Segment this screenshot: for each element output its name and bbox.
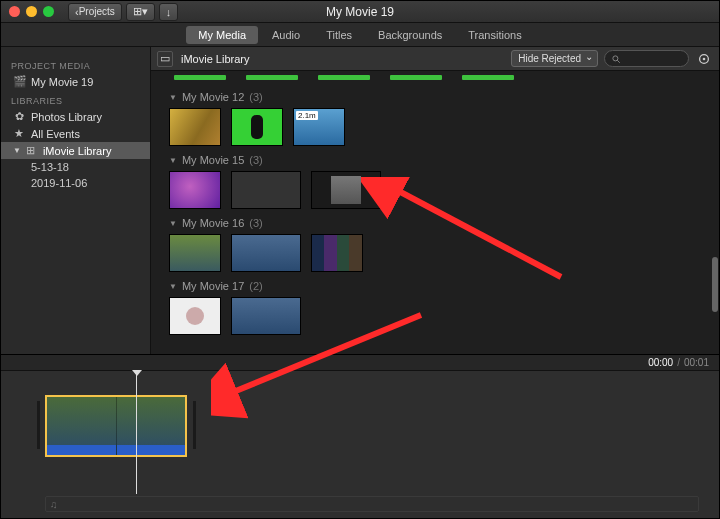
tab-audio[interactable]: Audio: [260, 26, 312, 44]
time-separator: /: [677, 357, 680, 368]
sidebar: PROJECT MEDIA 🎬 My Movie 19 LIBRARIES ✿ …: [1, 47, 151, 354]
tab-titles[interactable]: Titles: [314, 26, 364, 44]
sidebar-header-project: PROJECT MEDIA: [1, 55, 150, 73]
timeline-clip[interactable]: [45, 395, 187, 457]
event-count: (2): [249, 280, 262, 292]
browser-header: ▭ iMovie Library Hide Rejected: [151, 47, 719, 71]
content: ▭ iMovie Library Hide Rejected: [151, 47, 719, 354]
event-count: (3): [249, 154, 262, 166]
disclosure-triangle-icon[interactable]: ▼: [169, 219, 177, 228]
event-name: My Movie 16: [182, 217, 244, 229]
event-header[interactable]: ▼ My Movie 12 (3): [169, 91, 701, 103]
clip-thumbnail[interactable]: 2.1m: [293, 108, 345, 146]
clip-thumbnail[interactable]: [169, 297, 221, 335]
sidebar-project[interactable]: 🎬 My Movie 19: [1, 73, 150, 90]
clip-trim-handle-right[interactable]: [193, 401, 196, 449]
sidebar-item-event-1[interactable]: 5-13-18: [1, 159, 150, 175]
event-name: My Movie 17: [182, 280, 244, 292]
disclosure-triangle-icon[interactable]: ▼: [169, 282, 177, 291]
filter-select[interactable]: Hide Rejected: [511, 50, 598, 67]
sidebar-item-event-2[interactable]: 2019-11-06: [1, 175, 150, 191]
timeline-section: 00:00 / 00:01 ♫: [1, 354, 719, 518]
clip-thumbnail[interactable]: [231, 171, 301, 209]
back-to-projects-button[interactable]: ‹ Projects: [68, 3, 122, 21]
disclosure-triangle-icon[interactable]: ▼: [169, 93, 177, 102]
clip-thumbnail[interactable]: [169, 234, 221, 272]
event-header[interactable]: ▼ My Movie 16 (3): [169, 217, 701, 229]
sidebar-item-label: All Events: [31, 128, 80, 140]
star-icon: ★: [13, 127, 25, 140]
import-button[interactable]: ↓: [159, 3, 179, 21]
minimize-button[interactable]: [26, 6, 37, 17]
sidebar-item-label: 2019-11-06: [31, 177, 87, 189]
filmstrip-row: [174, 75, 701, 83]
clip-trim-handle-left[interactable]: [37, 401, 40, 449]
svg-point-0: [613, 55, 618, 60]
event-group: ▼ My Movie 15 (3): [169, 154, 701, 209]
sidebar-item-all-events[interactable]: ★ All Events: [1, 125, 150, 142]
back-label: Projects: [79, 6, 115, 17]
audio-track[interactable]: ♫: [45, 496, 699, 512]
total-time: 00:01: [684, 357, 709, 368]
main-area: PROJECT MEDIA 🎬 My Movie 19 LIBRARIES ✿ …: [1, 47, 719, 354]
import-icon: ↓: [166, 6, 172, 18]
disclosure-triangle-icon[interactable]: ▼: [169, 156, 177, 165]
window: ‹ Projects ⊞▾ ↓ My Movie 19 My Media Aud…: [0, 0, 720, 519]
time-ruler: 00:00 / 00:01: [1, 355, 719, 371]
event-header[interactable]: ▼ My Movie 17 (2): [169, 280, 701, 292]
expander-icon[interactable]: ▼: [13, 146, 21, 155]
clip-thumbnail[interactable]: [169, 108, 221, 146]
music-icon: ♫: [50, 499, 58, 510]
clip-thumbnail[interactable]: [231, 108, 283, 146]
flower-icon: ✿: [13, 110, 25, 123]
sidebar-item-label: 5-13-18: [31, 161, 69, 173]
event-name: My Movie 15: [182, 154, 244, 166]
zoom-button[interactable]: [43, 6, 54, 17]
library-icon: ⊞: [25, 144, 37, 157]
library-title: iMovie Library: [181, 53, 249, 65]
list-view-toggle[interactable]: ▭: [157, 51, 173, 67]
event-count: (3): [249, 217, 262, 229]
tab-transitions[interactable]: Transitions: [456, 26, 533, 44]
settings-button[interactable]: [695, 50, 713, 68]
event-header[interactable]: ▼ My Movie 15 (3): [169, 154, 701, 166]
layout-button[interactable]: ⊞▾: [126, 3, 155, 21]
event-count: (3): [249, 91, 262, 103]
traffic-lights: [9, 6, 54, 17]
search-input[interactable]: [604, 50, 689, 67]
sidebar-item-label: Photos Library: [31, 111, 102, 123]
event-group: ▼ My Movie 12 (3) 2.1m: [169, 91, 701, 146]
sidebar-item-label: iMovie Library: [43, 145, 111, 157]
clip-thumbnail[interactable]: [311, 171, 381, 209]
sidebar-header-libraries: LIBRARIES: [1, 90, 150, 108]
scrollbar[interactable]: [712, 257, 718, 312]
sidebar-item-imovie-library[interactable]: ▼ ⊞ iMovie Library: [1, 142, 150, 159]
svg-point-3: [703, 57, 706, 60]
toolbar-buttons: ‹ Projects ⊞▾ ↓: [68, 3, 178, 21]
tab-backgrounds[interactable]: Backgrounds: [366, 26, 454, 44]
clapper-icon: 🎬: [13, 75, 25, 88]
titlebar: ‹ Projects ⊞▾ ↓ My Movie 19: [1, 1, 719, 23]
current-time: 00:00: [648, 357, 673, 368]
project-name: My Movie 19: [31, 76, 93, 88]
clip-thumbnail[interactable]: [231, 234, 301, 272]
gear-icon: [697, 52, 711, 66]
close-button[interactable]: [9, 6, 20, 17]
search-icon: [611, 54, 621, 64]
event-browser[interactable]: ▼ My Movie 12 (3) 2.1m ▼ My Movie 15: [151, 71, 719, 354]
event-group: ▼ My Movie 16 (3): [169, 217, 701, 272]
event-group: ▼ My Movie 17 (2): [169, 280, 701, 335]
layout-icon: ⊞▾: [133, 5, 148, 18]
playhead[interactable]: [136, 371, 137, 494]
sidebar-item-photos[interactable]: ✿ Photos Library: [1, 108, 150, 125]
timeline[interactable]: ♫: [1, 371, 719, 518]
clip-thumbnail[interactable]: [169, 171, 221, 209]
event-name: My Movie 12: [182, 91, 244, 103]
tab-my-media[interactable]: My Media: [186, 26, 258, 44]
svg-line-1: [617, 60, 620, 63]
clip-thumbnail[interactable]: [231, 297, 301, 335]
media-tabs: My Media Audio Titles Backgrounds Transi…: [1, 23, 719, 47]
duration-badge: 2.1m: [296, 111, 318, 120]
clip-thumbnail[interactable]: [311, 234, 363, 272]
